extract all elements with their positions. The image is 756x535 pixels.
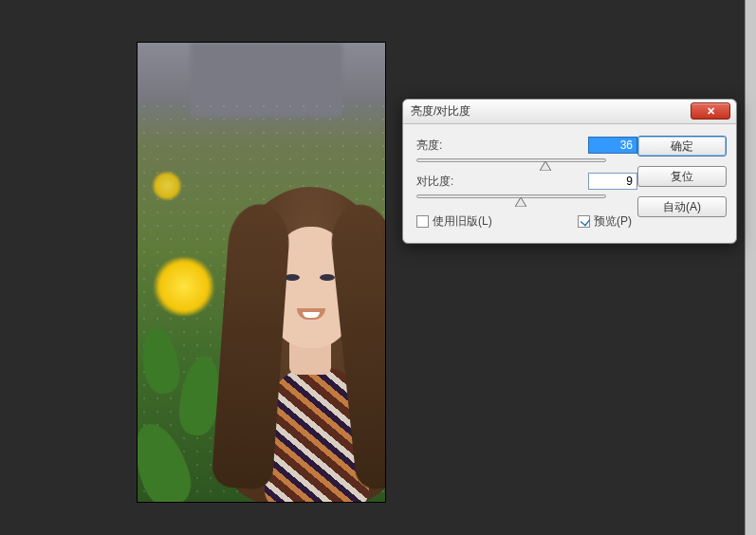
bg-flower xyxy=(151,172,183,200)
image-canvas[interactable] xyxy=(137,42,386,503)
dialog-titlebar[interactable]: 亮度/对比度 ✕ xyxy=(403,100,736,124)
contrast-input[interactable] xyxy=(588,173,637,190)
brightness-contrast-dialog: 亮度/对比度 ✕ 亮度: 对比度: xyxy=(402,99,737,244)
svg-marker-0 xyxy=(540,161,551,171)
contrast-slider-thumb[interactable] xyxy=(515,197,526,207)
use-legacy-checkbox[interactable] xyxy=(416,215,429,228)
brightness-slider[interactable] xyxy=(416,158,606,162)
dialog-title: 亮度/对比度 xyxy=(411,103,470,120)
svg-marker-1 xyxy=(515,197,526,207)
auto-button[interactable]: 自动(A) xyxy=(637,196,727,217)
brightness-label: 亮度: xyxy=(416,138,483,154)
bg-flower xyxy=(151,257,217,316)
contrast-label: 对比度: xyxy=(416,174,483,190)
reset-button[interactable]: 复位 xyxy=(637,166,727,187)
portrait xyxy=(215,187,386,503)
preview-label: 预览(P) xyxy=(594,213,632,230)
brightness-slider-thumb[interactable] xyxy=(540,161,551,171)
contrast-slider[interactable] xyxy=(416,194,606,198)
brightness-input[interactable] xyxy=(588,137,637,154)
preview-checkbox[interactable] xyxy=(578,215,590,228)
use-legacy-label: 使用旧版(L) xyxy=(433,213,492,230)
close-icon: ✕ xyxy=(707,105,715,118)
app-right-edge xyxy=(745,0,756,535)
ok-button[interactable]: 确定 xyxy=(637,136,727,157)
close-button[interactable]: ✕ xyxy=(691,102,730,120)
